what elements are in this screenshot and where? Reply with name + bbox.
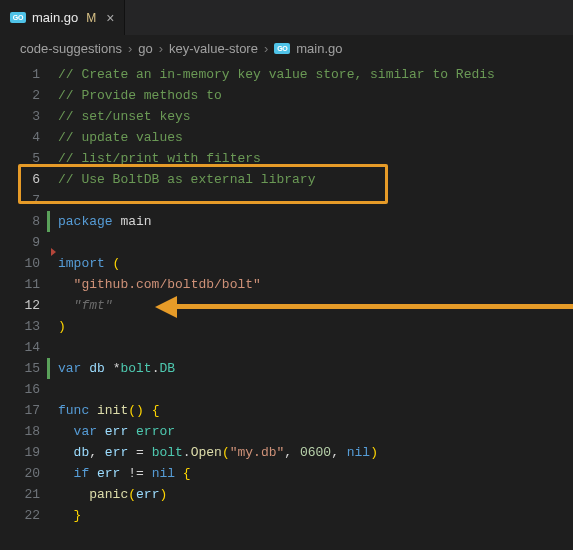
chevron-right-icon: ›	[264, 41, 268, 56]
code-type: DB	[159, 361, 175, 376]
line-number: 10	[0, 253, 40, 274]
line-number-current: 6	[0, 169, 40, 190]
code-ident: err	[89, 466, 128, 481]
breadcrumb-seg-2[interactable]: go	[138, 41, 152, 56]
code-punc: .	[183, 445, 191, 460]
code-func: Open	[191, 445, 222, 460]
tab-main-go[interactable]: main.go M ×	[0, 0, 125, 35]
line-number: 4	[0, 127, 40, 148]
code-bracket: ()	[128, 403, 144, 418]
breadcrumb-seg-1[interactable]: code-suggestions	[20, 41, 122, 56]
line-number: 16	[0, 379, 40, 400]
code-comment: // update values	[58, 130, 183, 145]
code-bracket: {	[183, 466, 191, 481]
code-keyword: var	[74, 424, 97, 439]
line-number: 7	[0, 190, 40, 211]
code-op: =	[128, 445, 151, 460]
tab-filename: main.go	[32, 10, 78, 25]
code-bracket: (	[105, 256, 121, 271]
code-comment: // Provide methods to	[58, 88, 222, 103]
line-number: 9	[0, 232, 40, 253]
tab-modified-badge: M	[86, 11, 96, 25]
code-bracket: (	[128, 487, 136, 502]
code-type: error	[136, 424, 175, 439]
line-number: 8	[0, 211, 40, 232]
chevron-right-icon: ›	[128, 41, 132, 56]
line-number: 14	[0, 337, 40, 358]
code-bracket: }	[74, 508, 82, 523]
breadcrumb[interactable]: code-suggestions › go › key-value-store …	[0, 35, 573, 64]
line-number: 18	[0, 421, 40, 442]
code-const: nil	[144, 466, 183, 481]
code-punc: ,	[89, 445, 105, 460]
code-bracket: )	[159, 487, 167, 502]
line-number: 15	[0, 358, 40, 379]
code-punc: ,	[331, 445, 347, 460]
breadcrumb-seg-3[interactable]: key-value-store	[169, 41, 258, 56]
code-keyword: func	[58, 403, 89, 418]
line-number: 22	[0, 505, 40, 526]
code-ident: db	[81, 361, 112, 376]
code-const: nil	[347, 445, 370, 460]
line-number: 13	[0, 316, 40, 337]
code-ident: err	[105, 445, 128, 460]
code-comment: // Create an in-memory key value store, …	[58, 67, 495, 82]
code-suggestion-ghost: "fmt"	[74, 298, 113, 313]
code-ident: db	[74, 445, 90, 460]
chevron-right-icon: ›	[159, 41, 163, 56]
editor-gutter: 1 2 3 4 5 6 7 8 9 10 11 12 13 14 15 16 1…	[0, 64, 50, 526]
code-punc: ,	[284, 445, 300, 460]
code-number: 0600	[300, 445, 331, 460]
code-func: panic	[89, 487, 128, 502]
code-string: "my.db"	[230, 445, 285, 460]
line-number: 19	[0, 442, 40, 463]
line-number: 1	[0, 64, 40, 85]
line-number: 20	[0, 463, 40, 484]
go-file-icon	[10, 12, 26, 23]
code-ident: err	[136, 487, 159, 502]
code-comment: // Use BoltDB as external library	[58, 172, 315, 187]
code-bracket: )	[58, 319, 66, 334]
editor-code-area[interactable]: // Create an in-memory key value store, …	[50, 64, 573, 526]
code-func: init	[89, 403, 128, 418]
code-ident: main	[113, 214, 152, 229]
breadcrumb-seg-4[interactable]: main.go	[296, 41, 342, 56]
code-keyword: package	[58, 214, 113, 229]
code-keyword: var	[58, 361, 81, 376]
code-bracket: )	[370, 445, 378, 460]
code-op: !=	[128, 466, 144, 481]
code-type: bolt	[152, 445, 183, 460]
code-string: "github.com/boltdb/bolt"	[74, 277, 261, 292]
line-number: 17	[0, 400, 40, 421]
code-comment: // list/print with filters	[58, 151, 261, 166]
code-bracket: {	[144, 403, 160, 418]
code-type: bolt	[120, 361, 151, 376]
code-editor[interactable]: 1 2 3 4 5 6 7 8 9 10 11 12 13 14 15 16 1…	[0, 64, 573, 526]
line-number-current: 12	[0, 295, 40, 316]
line-number: 2	[0, 85, 40, 106]
close-icon[interactable]: ×	[106, 10, 114, 26]
line-number: 3	[0, 106, 40, 127]
code-bracket: (	[222, 445, 230, 460]
code-keyword: import	[58, 256, 105, 271]
code-comment: // set/unset keys	[58, 109, 191, 124]
code-ident: err	[97, 424, 136, 439]
tab-bar: main.go M ×	[0, 0, 573, 35]
go-file-icon	[274, 43, 290, 54]
line-number: 21	[0, 484, 40, 505]
line-number: 11	[0, 274, 40, 295]
code-keyword: if	[74, 466, 90, 481]
line-number: 5	[0, 148, 40, 169]
